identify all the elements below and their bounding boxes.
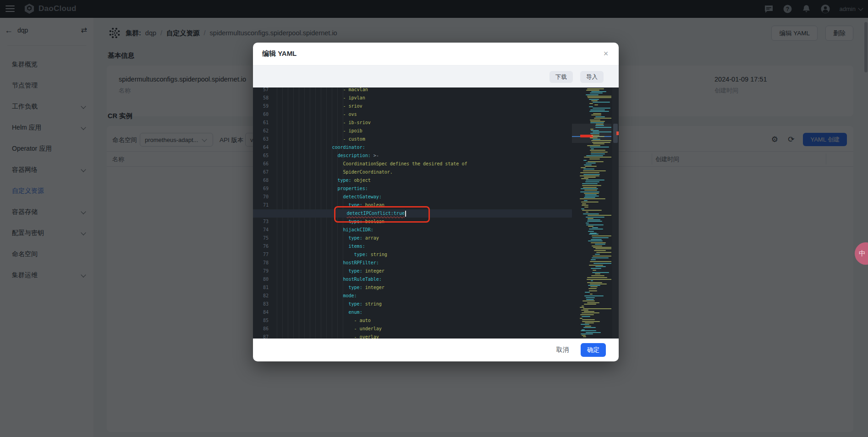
confirm-button[interactable]: 确定: [581, 343, 606, 357]
minimap-code-mark: [594, 104, 598, 105]
line-number: 80: [253, 275, 273, 284]
minimap-code-mark: [595, 244, 605, 245]
code-token: :: [379, 277, 382, 282]
minimap-code-mark: [592, 272, 609, 273]
code-token: array: [365, 235, 379, 240]
line-number: 62: [253, 127, 273, 135]
minimap-code-mark: [593, 263, 611, 264]
minimap-code-mark: [587, 302, 599, 303]
minimap-code-mark: [586, 180, 604, 180]
code-token: hostRuleTable: [343, 277, 379, 282]
error-annotation-box: [334, 206, 430, 223]
import-button[interactable]: 导入: [580, 71, 604, 83]
minimap-code-mark: [586, 297, 595, 298]
minimap-code-mark: [587, 279, 611, 280]
minimap-code-mark: [586, 332, 601, 333]
code-line-57[interactable]: - macvlan: [277, 87, 572, 94]
code-line-78[interactable]: hostRPFilter:: [277, 259, 572, 267]
code-line-58[interactable]: - ipvlan: [277, 94, 572, 102]
code-line-76[interactable]: items:: [277, 242, 572, 251]
code-line-61[interactable]: - ib-sriov: [277, 119, 572, 127]
minimap-code-mark: [592, 235, 611, 236]
minimap-code-mark: [591, 140, 611, 141]
line-number: 74: [253, 226, 273, 234]
code-line-62[interactable]: - ipoib: [277, 127, 572, 135]
code-line-77[interactable]: type: string: [277, 251, 572, 259]
code-line-80[interactable]: hostRuleTable:: [277, 275, 572, 284]
code-line-66[interactable]: CoordinationSpec defines the desired sta…: [277, 160, 572, 168]
code-token: :: [360, 268, 365, 273]
minimap-code-mark: [581, 324, 589, 325]
code-line-74[interactable]: hijackCIDR:: [277, 226, 572, 234]
minimap-code-mark: [588, 226, 593, 227]
minimap-code-mark: [584, 157, 611, 158]
minimap-code-mark: [580, 198, 605, 199]
editor-minimap[interactable]: [572, 87, 611, 339]
minimap-code-mark: [580, 172, 599, 173]
close-icon[interactable]: ×: [600, 48, 611, 59]
code-line-65[interactable]: description: >-: [277, 152, 572, 160]
code-token: items: [349, 244, 363, 249]
minimap-code-mark: [584, 197, 595, 198]
code-token: string: [365, 301, 382, 306]
code-line-68[interactable]: type: object: [277, 176, 572, 185]
code-line-86[interactable]: - underlay: [277, 325, 572, 333]
minimap-code-mark: [589, 234, 599, 235]
code-line-83[interactable]: type: string: [277, 300, 572, 308]
code-line-75[interactable]: type: array: [277, 234, 572, 242]
yaml-editor[interactable]: 5758596061626364656667686970717273747576…: [253, 87, 619, 339]
code-token: - overlay: [354, 334, 379, 339]
code-token: enum: [349, 310, 360, 315]
code-token: - sriov: [343, 104, 363, 109]
code-token: :: [360, 285, 365, 290]
minimap-code-mark: [591, 100, 598, 101]
code-line-67[interactable]: SpiderCoordinator.: [277, 168, 572, 176]
minimap-code-mark: [594, 250, 606, 251]
code-line-79[interactable]: type: integer: [277, 267, 572, 275]
code-line-82[interactable]: mode:: [277, 292, 572, 300]
code-token: type: [337, 178, 348, 183]
minimap-code-mark: [582, 329, 585, 330]
code-token: type: [349, 301, 360, 306]
minimap-code-mark: [583, 327, 596, 328]
minimap-code-mark: [580, 318, 582, 319]
minimap-code-mark: [588, 288, 597, 289]
line-number: 57: [253, 87, 273, 94]
minimap-code-mark: [591, 280, 593, 281]
code-token: integer: [365, 268, 385, 273]
line-number: 66: [253, 160, 273, 168]
code-line-64[interactable]: coordinator:: [277, 143, 572, 152]
minimap-code-mark: [583, 187, 597, 188]
code-line-81[interactable]: type: integer: [277, 284, 572, 292]
code-line-85[interactable]: - auto: [277, 317, 572, 325]
code-token: :: [363, 244, 365, 249]
code-line-69[interactable]: properties:: [277, 185, 572, 193]
code-line-70[interactable]: detectGateway:: [277, 193, 572, 201]
minimap-code-mark: [593, 108, 610, 109]
line-number: 87: [253, 333, 273, 339]
code-line-87[interactable]: - overlay: [277, 333, 572, 339]
minimap-code-mark: [583, 174, 600, 175]
editor-scrollbar[interactable]: [612, 87, 619, 339]
minimap-code-mark: [582, 335, 586, 336]
minimap-code-mark: [587, 221, 602, 222]
line-number: 69: [253, 185, 273, 193]
minimap-code-mark: [584, 295, 604, 296]
minimap-code-mark: [586, 212, 588, 213]
download-button[interactable]: 下载: [549, 71, 573, 83]
minimap-code-mark: [596, 124, 604, 125]
minimap-code-mark: [582, 321, 600, 322]
cancel-button[interactable]: 取消: [556, 346, 569, 354]
minimap-code-mark: [582, 210, 602, 211]
minimap-code-mark: [585, 194, 597, 195]
code-line-60[interactable]: - ovs: [277, 110, 572, 119]
code-line-63[interactable]: - custom: [277, 135, 572, 143]
minimap-code-mark: [590, 233, 597, 234]
minimap-code-mark: [584, 193, 599, 194]
minimap-code-mark: [591, 268, 601, 269]
code-line-59[interactable]: - sriov: [277, 102, 572, 110]
code-token: :: [379, 194, 382, 199]
minimap-code-mark: [595, 127, 611, 128]
code-line-84[interactable]: enum:: [277, 308, 572, 317]
minimap-code-mark: [595, 116, 605, 117]
